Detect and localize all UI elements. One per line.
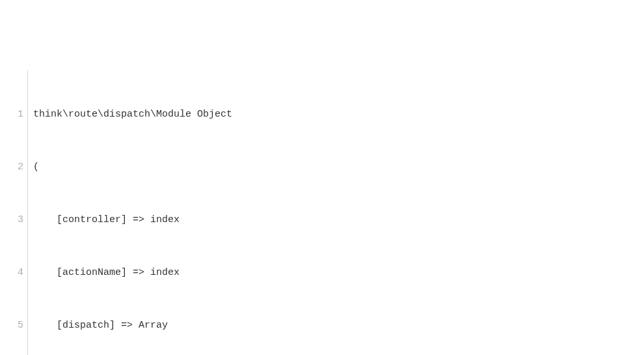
code-line: [dispatch] => Array — [33, 317, 232, 334]
line-number: 1 — [0, 106, 23, 123]
code-line: [controller] => index — [33, 211, 232, 229]
line-number: 2 — [0, 158, 23, 176]
code-line: [actionName] => index — [33, 264, 232, 281]
code-line: think\route\dispatch\Module Object — [33, 106, 232, 123]
line-number-gutter: 1 2 3 4 5 6 7 8 9 10 11 12 13 14 15 16 1… — [0, 70, 28, 355]
line-number: 3 — [0, 211, 23, 229]
code-block: 1 2 3 4 5 6 7 8 9 10 11 12 13 14 15 16 1… — [0, 70, 644, 355]
line-number: 5 — [0, 317, 23, 334]
code-area[interactable]: think\route\dispatch\Module Object ( [co… — [28, 70, 232, 355]
code-line: ( — [33, 158, 232, 176]
line-number: 4 — [0, 264, 23, 281]
